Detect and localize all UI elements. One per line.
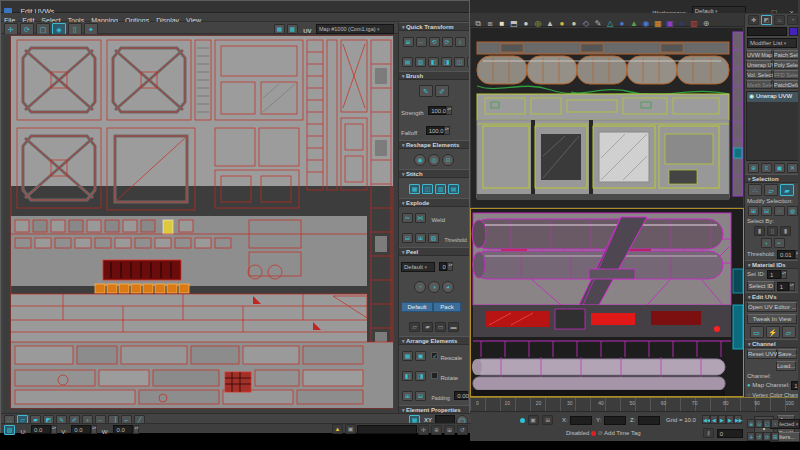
modifier-button[interactable]: Vol. Select	[746, 70, 772, 79]
element-properties-header[interactable]: Element Properties	[399, 405, 469, 413]
rotate-elements-icon[interactable]: ◨	[415, 371, 426, 381]
motion-tab-icon[interactable]: ◔	[787, 15, 798, 25]
pin-stack-icon[interactable]: ⊕	[748, 163, 759, 173]
align-grid-icon[interactable]: ▦	[467, 57, 469, 67]
object-name-field[interactable]	[747, 27, 787, 36]
mirror-icon[interactable]: ▯	[68, 23, 82, 35]
select-by-material-icon[interactable]: ▮	[780, 226, 791, 236]
absolute-mode-icon[interactable]: ⊞	[542, 415, 553, 425]
peel-pack-button[interactable]: Pack	[433, 302, 461, 312]
pan-icon[interactable]: ✛	[418, 425, 429, 435]
relax-brush-icon[interactable]: ✐	[435, 85, 449, 97]
viewport-top[interactable]	[470, 27, 744, 208]
lock-selection-icon[interactable]: ▣	[528, 415, 539, 425]
align-vertical-icon[interactable]: ↔	[416, 37, 427, 47]
rotate-cw-icon[interactable]: ⟳	[442, 37, 453, 47]
z-field[interactable]	[638, 416, 660, 425]
pelt-icon[interactable]: ▱	[782, 326, 796, 338]
pan-icon[interactable]: ✛	[747, 432, 755, 441]
peel-default-button[interactable]: Default	[401, 302, 433, 312]
rescale-checkbox[interactable]: ✓	[431, 352, 438, 359]
x-field[interactable]	[570, 416, 592, 425]
selection-rollout-header[interactable]: Selection	[745, 174, 800, 183]
select-id-button[interactable]: Select ID	[747, 281, 775, 291]
flatten-custom-icon[interactable]: ▧	[428, 233, 439, 243]
frame-number-field[interactable]: 0	[717, 429, 743, 438]
rotate-ccw-icon[interactable]: ⟲	[429, 37, 440, 47]
create-tab-icon[interactable]: ✚	[748, 15, 759, 25]
peel-mode-dropdown[interactable]: Default	[401, 262, 435, 272]
stitch-average-icon[interactable]: ◫	[422, 184, 433, 194]
seams-from-edges-icon[interactable]: ▭	[435, 322, 446, 332]
timeline-trackbar[interactable]: 0102030405060708090100	[470, 397, 800, 411]
w-field[interactable]: 0.0	[113, 425, 133, 434]
select-id-field[interactable]: 1	[777, 282, 789, 291]
material-ids-rollout-header[interactable]: Material IDs	[745, 260, 800, 269]
falloff-spinner[interactable]: ▴▾	[444, 126, 450, 135]
tweak-in-view-button[interactable]: Tweak In View	[747, 314, 797, 324]
uv-titlebar[interactable]: Edit UVWs	[1, 1, 469, 13]
falloff-field[interactable]: 100.0	[426, 126, 444, 135]
channel-rollout-header[interactable]: Channel	[745, 339, 800, 348]
u-spinner[interactable]: ▴▾	[51, 425, 57, 434]
v-spinner[interactable]: ▴▾	[91, 425, 97, 434]
break-icon[interactable]: ✂	[402, 213, 413, 223]
go-to-start-icon[interactable]: ◀◀	[702, 415, 710, 424]
set-id-spinner[interactable]: ▴▾	[781, 270, 787, 279]
rotate-snap-icon[interactable]: ▩	[287, 24, 298, 34]
move-icon[interactable]: ✛	[4, 23, 18, 35]
play-icon[interactable]: ▶	[718, 415, 726, 424]
align-horizontal-icon[interactable]: ⊞	[403, 37, 414, 47]
modifier-button[interactable]: UVW Map	[746, 50, 772, 59]
set-id-field[interactable]: 1	[767, 270, 781, 279]
maximize-viewport-icon[interactable]: ⊞	[771, 432, 779, 441]
stitch-custom-icon[interactable]: ▦	[409, 184, 420, 194]
uv-template-icon[interactable]: ▭	[750, 326, 764, 338]
vertex-subobject-icon[interactable]: ∴	[748, 184, 762, 196]
ring-icon[interactable]: ◌	[774, 206, 785, 216]
explode-header[interactable]: Explode	[399, 198, 469, 207]
weld-selected-icon[interactable]: ⋈	[415, 213, 426, 223]
loop-icon[interactable]: ◍	[787, 206, 798, 216]
threshold-field[interactable]: 0.01	[777, 250, 795, 259]
edge-subobject-icon[interactable]: ▱	[764, 184, 778, 196]
pack-full-icon[interactable]: ⊟	[415, 391, 426, 401]
peel-header[interactable]: Peel	[399, 247, 469, 256]
arrange-elements-header[interactable]: Arrange Elements	[399, 336, 469, 345]
pack-normalize-icon[interactable]: ▦	[402, 351, 413, 361]
zoom-extents-icon[interactable]: ↺	[457, 425, 468, 435]
zoom-region-icon[interactable]: ⊞	[444, 425, 455, 435]
modifier-button[interactable]: FFD Select	[773, 70, 799, 79]
prev-frame-icon[interactable]: ◀	[710, 415, 718, 424]
quick-peel-icon[interactable]: ⚡	[766, 326, 780, 338]
stack-item-unwrap-uvw[interactable]: ◉ Unwrap UVW	[747, 92, 798, 102]
u-field[interactable]: 0.0	[31, 425, 51, 434]
modifier-stack[interactable]: ◉ Unwrap UVW	[746, 91, 799, 161]
quick-peel-icon[interactable]: ◔	[414, 281, 426, 293]
show-end-result-icon[interactable]: ≡	[761, 163, 772, 173]
modifier-button[interactable]: Mesh Select	[746, 80, 772, 89]
rescale-elements-icon[interactable]: ◧	[402, 371, 413, 381]
weld-icon[interactable]: ✦	[84, 23, 98, 35]
visibility-eye-icon[interactable]: ◉	[749, 93, 756, 99]
snap-grid-icon[interactable]: ▦	[274, 24, 285, 34]
strength-spinner[interactable]: ▴▾	[446, 106, 452, 115]
pack-custom-icon[interactable]: ⊞	[402, 391, 413, 401]
rotate-icon[interactable]: ⟳	[20, 23, 34, 35]
equal-icon[interactable]: ＝	[774, 238, 785, 248]
align-right-icon[interactable]: ◨	[441, 57, 452, 67]
select-by-planar-icon[interactable]: ▮	[754, 226, 765, 236]
padding-field[interactable]: 0.001	[454, 391, 468, 400]
texture-map-dropdown[interactable]: Map #1000 (Com1.tga)	[316, 24, 394, 34]
modify-tab-icon[interactable]: ◩	[761, 15, 772, 25]
open-uv-editor-button[interactable]: Open UV Editor ...	[747, 302, 797, 312]
align-top-icon[interactable]: ◫	[454, 57, 465, 67]
show-map-icon[interactable]: ▨	[4, 425, 15, 435]
relax-icon[interactable]: ⊙	[442, 154, 454, 166]
scale-icon[interactable]: ▢	[36, 23, 50, 35]
relax-until-flat-icon[interactable]: ◎	[428, 154, 440, 166]
modifier-button[interactable]: Patch Select	[773, 50, 799, 59]
viewport-bottom[interactable]	[470, 208, 744, 397]
polygon-subobject-icon[interactable]: ▰	[780, 184, 794, 196]
make-unique-icon[interactable]: ▣	[774, 163, 785, 173]
